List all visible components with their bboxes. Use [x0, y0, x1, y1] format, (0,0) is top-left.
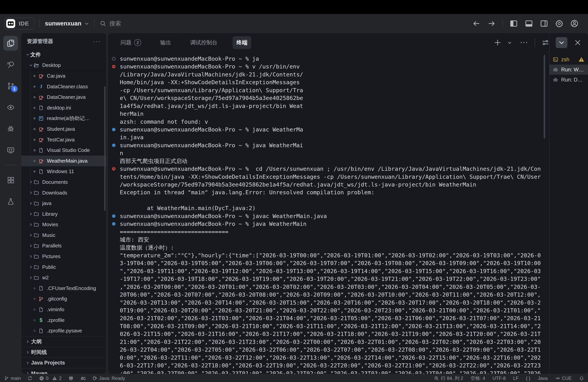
status-item-debug-start-icon[interactable]: [80, 376, 86, 381]
panel-tab-问题[interactable]: 问题2: [117, 36, 145, 49]
global-search[interactable]: 搜索: [100, 20, 121, 28]
folder-icon: [33, 201, 39, 206]
tree-item-cfusertextencoding[interactable]: .CFUserTextEncoding: [21, 283, 106, 294]
filter-icon[interactable]: [541, 38, 550, 47]
tree-item-student-java[interactable]: Student.java: [21, 124, 106, 134]
java-cup-icon: [92, 376, 97, 381]
tree-item-public[interactable]: Public: [21, 262, 106, 273]
status-item-bell-icon[interactable]: [579, 376, 584, 381]
activitybar-debug-icon[interactable]: [3, 121, 18, 136]
sidebar-scrollbar[interactable]: [104, 86, 105, 211]
account-icon[interactable]: [570, 19, 579, 28]
tree-item-w2[interactable]: w2: [21, 272, 106, 283]
tree-item-windows-11[interactable]: Windows 11: [21, 166, 106, 177]
terminal-list-item-run-demo[interactable]: Run: Demo: [549, 75, 588, 85]
tree-item-datacleaner-java[interactable]: DataCleaner.java: [21, 92, 106, 103]
status-item-ports-icon[interactable]: [68, 376, 74, 381]
search-icon: [100, 20, 106, 27]
tree-item-viminfo[interactable]: .viminfo: [21, 304, 106, 315]
status-item-sync-icon[interactable]: [27, 376, 32, 381]
forward-icon[interactable]: [487, 19, 496, 28]
status-item-0[interactable]: 02: [39, 376, 62, 381]
tree-item-readme-ai协助记[interactable]: readme(ai协助记…: [21, 113, 106, 124]
sidebar-section-时间线[interactable]: 时间线: [21, 347, 106, 358]
gear-icon[interactable]: [555, 19, 564, 28]
tree-item-car-java[interactable]: Car.java: [21, 71, 106, 81]
terminal-line: 2026-03-21T02:00","2026-03-21T03:00","20…: [108, 314, 549, 322]
terminal-line: 1a4f5a/redhat.java/jdt_ws/jdt.ls-java-pr…: [108, 102, 549, 110]
modified-dot-icon: [33, 160, 36, 162]
activitybar-source-control-icon[interactable]: 1: [3, 79, 18, 93]
doc-icon: [38, 285, 44, 291]
status-item-[interactable]: { }: [526, 376, 530, 381]
app-menu-button[interactable]: IDE: [4, 18, 34, 30]
tree-item-library[interactable]: Library: [21, 209, 106, 219]
back-icon[interactable]: [472, 19, 481, 28]
status-item-utf-8[interactable]: UTF-8: [493, 376, 506, 381]
tree-item-java[interactable]: java: [21, 198, 106, 209]
status-label: UTF-8: [493, 376, 506, 381]
status-item-行-84-列-2[interactable]: 行 84, 列 2: [434, 375, 463, 382]
status-item-空格-4[interactable]: 空格: 4: [471, 375, 485, 382]
tree-item-music[interactable]: Music: [21, 230, 106, 241]
panel-tab-输出[interactable]: 输出: [156, 36, 175, 49]
branch-icon: [4, 376, 9, 381]
terminal-scrollbar[interactable]: [544, 55, 545, 138]
terminal-dropdown-icon[interactable]: [505, 38, 514, 47]
tree-item-desktop-ini[interactable]: desktop.ini: [21, 103, 106, 113]
panel-more-icon[interactable]: ···: [520, 38, 529, 47]
status-item-java[interactable]: Java: [538, 376, 548, 381]
workspace-switcher[interactable]: sunwenxuan: [45, 20, 89, 27]
status-item-cue[interactable]: CUE: [555, 376, 572, 381]
tree-item-label: Visual Studio Code: [47, 147, 90, 153]
folder-icon: [33, 264, 39, 270]
terminal-line: 0T19:00","2026-03-20T20:00","2026-03-20T…: [108, 307, 549, 314]
chevron-right-icon: [28, 201, 33, 206]
terminal-list-item-run-weathe[interactable]: Run: Weathe…: [549, 64, 588, 75]
tree-item-zprofile-pysave[interactable]: .zprofile.pysave: [21, 325, 106, 336]
terminal-list-item-zsh[interactable]: zsh: [549, 54, 588, 64]
sidebar-section-大纲[interactable]: 大纲: [21, 336, 106, 347]
status-item-main[interactable]: main: [4, 376, 21, 381]
activitybar-extensions-icon[interactable]: [3, 173, 18, 188]
tree-item-gitconfig[interactable]: .gitconfig: [21, 294, 106, 304]
tree-item-documents[interactable]: Documents: [21, 177, 106, 188]
toggle-left-panel-icon[interactable]: [509, 19, 518, 28]
tree-item-weathermain-java[interactable]: WeatherMain.java: [21, 156, 106, 166]
status-item-lf[interactable]: LF: [513, 376, 519, 381]
activitybar-test-flask-icon[interactable]: [3, 194, 18, 209]
status-item-java-ready[interactable]: Java: Ready: [92, 376, 125, 381]
status-label: 0: [46, 376, 48, 381]
tree-item-datacleaner-class[interactable]: JDataCleaner.class: [21, 81, 106, 92]
tree-item-visual-studio-code[interactable]: Visual Studio Code: [21, 145, 106, 156]
terminal-line: 20T06:00","2026-03-20T07:00","2026-03-20…: [108, 291, 549, 298]
tree-item-movies[interactable]: Movies: [21, 219, 106, 230]
sidebar-section-maven[interactable]: Maven: [21, 368, 106, 374]
terminal-line: -19T17:00","2026-03-19T18:00","2026-03-1…: [108, 275, 549, 283]
command-error-icon: ✕: [112, 167, 116, 170]
folder-icon: [33, 243, 39, 249]
tree-item-downloads[interactable]: Downloads: [21, 188, 106, 198]
terminal-line: ","2026-03-19T11:00","2026-03-19T12:00",…: [108, 267, 549, 275]
activitybar-explorer-icon[interactable]: [3, 36, 18, 51]
tree-item-desktop[interactable]: Desktop: [21, 60, 106, 71]
activitybar-ai-eye-icon[interactable]: [3, 100, 18, 115]
panel-tab-调试控制台[interactable]: 调试控制台: [186, 36, 221, 49]
panel-tab-终端[interactable]: 终端: [232, 36, 251, 49]
tree-item-testcar-java[interactable]: TestCar.java: [21, 134, 106, 145]
more-actions-icon[interactable]: ···: [93, 38, 101, 44]
activitybar-search-icon[interactable]: [3, 57, 18, 72]
sidebar-section-java-projects[interactable]: Java Projects: [21, 357, 106, 368]
tree-item-pictures[interactable]: Pictures: [21, 251, 106, 262]
terminal-output[interactable]: sunwenxuan@sunwenxuandeMacBook-Pro ~ % j…: [108, 55, 549, 374]
sidebar-header: 资源管理器 ···: [21, 33, 106, 49]
toggle-bottom-panel-icon[interactable]: [525, 19, 533, 28]
activitybar-remote-screen-icon[interactable]: [3, 143, 18, 158]
tree-item-parallels[interactable]: Parallels: [21, 241, 106, 251]
section-label: Maven: [31, 371, 47, 374]
new-terminal-icon[interactable]: [493, 38, 502, 47]
tree-section-files[interactable]: 文件: [21, 49, 106, 60]
tree-item-zprofile[interactable]: $.zprofile: [21, 315, 106, 326]
toggle-right-panel-icon[interactable]: [540, 19, 548, 28]
terminal-line: tents/Home/bin/java -XX:+ShowCodeDetails…: [108, 173, 549, 181]
